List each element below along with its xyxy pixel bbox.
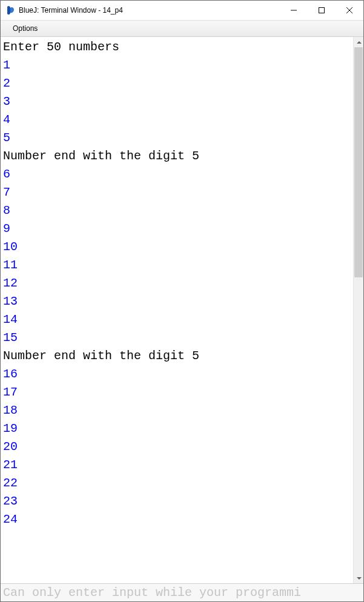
svg-rect-1 bbox=[319, 8, 325, 13]
terminal-input-line: 24 bbox=[3, 511, 351, 529]
terminal-input-line: 6 bbox=[3, 165, 351, 184]
minimize-button[interactable] bbox=[280, 1, 308, 20]
terminal-system-line: Number end with the digit 5 bbox=[3, 347, 351, 365]
scroll-down-arrow[interactable] bbox=[354, 573, 363, 583]
window-titlebar: BlueJ: Terminal Window - 14_p4 bbox=[1, 1, 363, 20]
menubar: Options bbox=[1, 20, 363, 37]
scrollbar-vertical[interactable] bbox=[353, 37, 363, 583]
terminal-input-line: 3 bbox=[3, 93, 351, 111]
menu-options[interactable]: Options bbox=[9, 23, 41, 34]
maximize-button[interactable] bbox=[308, 1, 336, 20]
terminal-input-line: 1 bbox=[3, 56, 351, 74]
terminal-input-line: 5 bbox=[3, 129, 351, 147]
window-title: BlueJ: Terminal Window - 14_p4 bbox=[19, 6, 280, 15]
terminal-input-line: 12 bbox=[3, 274, 351, 293]
scroll-thumb[interactable] bbox=[354, 47, 363, 277]
terminal-input-line: 9 bbox=[3, 220, 351, 238]
terminal-output[interactable]: Enter 50 numbers12345Number end with the… bbox=[1, 37, 353, 583]
terminal-input-line: 7 bbox=[3, 184, 351, 202]
terminal-input-line: 18 bbox=[3, 402, 351, 420]
terminal-input-line: 8 bbox=[3, 202, 351, 220]
terminal-system-line: Number end with the digit 5 bbox=[3, 147, 351, 165]
scroll-up-arrow[interactable] bbox=[354, 37, 363, 47]
terminal-system-line: Enter 50 numbers bbox=[3, 38, 351, 56]
svg-marker-4 bbox=[357, 41, 362, 44]
terminal-input-line: 4 bbox=[3, 111, 351, 129]
terminal-input-line: 21 bbox=[3, 456, 351, 474]
status-bar: Can only enter input while your programm… bbox=[1, 583, 363, 601]
terminal-input-line: 10 bbox=[3, 238, 351, 256]
terminal-input-line: 16 bbox=[3, 365, 351, 383]
terminal-input-line: 14 bbox=[3, 311, 351, 329]
terminal-input-line: 13 bbox=[3, 293, 351, 311]
terminal-input-line: 23 bbox=[3, 492, 351, 511]
terminal-input-line: 15 bbox=[3, 329, 351, 347]
terminal-input-line: 22 bbox=[3, 474, 351, 492]
terminal-input-line: 17 bbox=[3, 383, 351, 402]
terminal-area: Enter 50 numbers12345Number end with the… bbox=[1, 37, 363, 583]
terminal-input-line: 2 bbox=[3, 74, 351, 93]
status-text: Can only enter input while your programm… bbox=[3, 586, 301, 600]
terminal-input-line: 20 bbox=[3, 438, 351, 456]
terminal-input-line: 19 bbox=[3, 420, 351, 438]
terminal-input-line: 11 bbox=[3, 256, 351, 274]
svg-marker-5 bbox=[357, 577, 362, 580]
close-button[interactable] bbox=[336, 1, 363, 20]
window-controls bbox=[280, 1, 363, 20]
bluej-icon bbox=[5, 5, 15, 15]
